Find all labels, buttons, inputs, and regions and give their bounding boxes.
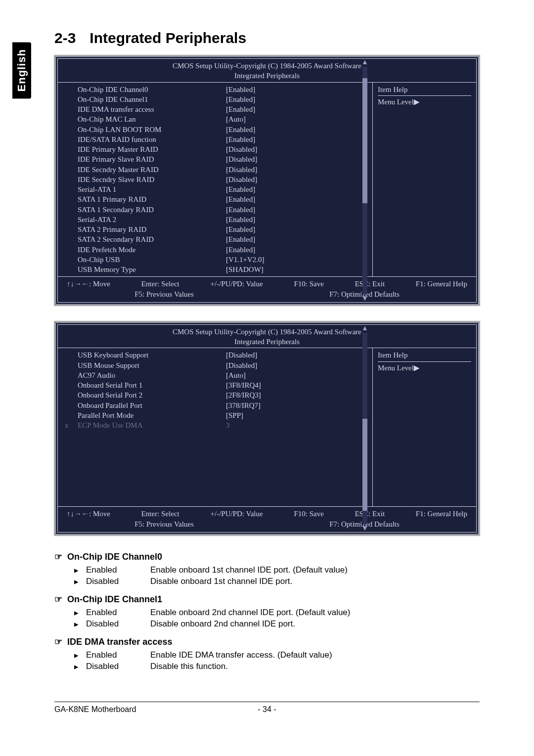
bios-setting-row[interactable]: On-Chip IDE Channel1[Enabled] xyxy=(78,94,368,104)
scroll-track[interactable] xyxy=(362,67,367,294)
bios-setting-row[interactable]: Serial-ATA 1[Enabled] xyxy=(78,184,368,194)
setting-value[interactable]: [SHADOW] xyxy=(226,265,368,274)
setting-value[interactable]: [Enabled] xyxy=(226,184,368,194)
setting-value[interactable]: [Enabled] xyxy=(226,194,368,204)
bios-setting-row[interactable]: IDE Secndry Master RAID[Disabled] xyxy=(78,165,368,175)
bios-setting-row[interactable]: IDE Secndry Slave RAID[Disabled] xyxy=(78,175,368,184)
setting-label: ECP Mode Use DMA xyxy=(78,420,226,430)
setting-value[interactable]: [Enabled] xyxy=(226,94,368,104)
bios-setting-row[interactable]: xECP Mode Use DMA3 xyxy=(78,420,368,430)
bios-setting-row[interactable]: SATA 2 Primary RAID[Enabled] xyxy=(78,224,368,234)
bios-setting-row[interactable]: Onboard Serial Port 2[2F8/IRQ3] xyxy=(78,390,368,400)
option-heading-text: On-Chip IDE Channel0 xyxy=(67,552,162,562)
setting-value[interactable]: [Enabled] xyxy=(226,205,368,215)
setting-value[interactable]: [Enabled] xyxy=(226,85,368,94)
bios-setting-row[interactable]: USB Keyboard Support[Disabled] xyxy=(78,350,368,360)
pointer-icon: ☞ xyxy=(54,552,62,562)
setting-value[interactable]: [2F8/IRQ3] xyxy=(226,390,368,400)
setting-value[interactable]: [378/IRQ7] xyxy=(226,400,368,410)
scroll-thumb[interactable] xyxy=(362,78,367,203)
bullet-icon: ▸ xyxy=(74,608,86,618)
setting-label: SATA 1 Secondary RAID xyxy=(78,205,226,215)
setting-value[interactable]: [Auto] xyxy=(226,370,368,380)
setting-label: IDE/SATA RAID function xyxy=(78,134,226,144)
bios-setting-row[interactable]: USB Mouse Support[Disabled] xyxy=(78,360,368,370)
bios-setting-row[interactable]: Onboard Serial Port 1[3F8/IRQ4] xyxy=(78,380,368,390)
setting-value[interactable]: [Enabled] xyxy=(226,245,368,255)
option-row: ▸DisabledDisable onboard 1st channel IDE… xyxy=(74,577,480,587)
hint-select: Enter: Select xyxy=(141,279,179,289)
bios-setting-row[interactable]: On-Chip MAC Lan[Auto] xyxy=(78,114,368,124)
bios-setting-row[interactable]: IDE Primary Slave RAID[Disabled] xyxy=(78,154,368,164)
bios-setting-row[interactable]: AC97 Audio[Auto] xyxy=(78,370,368,380)
scroll-down-icon[interactable]: ▼ xyxy=(361,525,368,532)
bios2-footer: ↑↓→←: Move Enter: Select +/-/PU/PD: Valu… xyxy=(58,506,476,532)
scroll-up-icon[interactable]: ▲ xyxy=(361,325,368,332)
bullet-icon: ▸ xyxy=(74,577,86,587)
bios-setting-row[interactable]: SATA 1 Secondary RAID[Enabled] xyxy=(78,205,368,215)
setting-value[interactable]: [Enabled] xyxy=(226,224,368,234)
section-name: Integrated Peripherals xyxy=(89,30,246,46)
bios-setting-row[interactable]: IDE/SATA RAID function[Enabled] xyxy=(78,134,368,144)
setting-value[interactable]: [Disabled] xyxy=(226,144,368,154)
bullet-icon: ▸ xyxy=(74,662,86,672)
bios2-header-line1: CMOS Setup Utility-Copyright (C) 1984-20… xyxy=(58,327,476,337)
setting-label: Onboard Parallel Port xyxy=(78,400,226,410)
setting-value[interactable]: [Disabled] xyxy=(226,175,368,184)
bios-setting-row[interactable]: Onboard Parallel Port[378/IRQ7] xyxy=(78,400,368,410)
bios1-menu-level: Menu Level▶ xyxy=(378,95,471,107)
bios1-help-heading: Item Help xyxy=(378,85,471,94)
bios-setting-row[interactable]: USB Memory Type[SHADOW] xyxy=(78,265,368,274)
bios-setting-row[interactable]: IDE Prefetch Mode[Enabled] xyxy=(78,245,368,255)
scroll-up-icon[interactable]: ▲ xyxy=(361,59,368,66)
setting-value[interactable]: 3 xyxy=(226,420,368,430)
description-block: ☞On-Chip IDE Channel0▸EnabledEnable onbo… xyxy=(54,551,480,672)
setting-label: Onboard Serial Port 2 xyxy=(78,390,226,400)
setting-value[interactable]: [Enabled] xyxy=(226,234,368,244)
setting-value[interactable]: [Enabled] xyxy=(226,215,368,224)
option-heading: ☞On-Chip IDE Channel1 xyxy=(54,594,480,605)
setting-value[interactable]: [3F8/IRQ4] xyxy=(226,380,368,390)
bios-setting-row[interactable]: On-Chip LAN BOOT ROM[Enabled] xyxy=(78,125,368,134)
setting-value[interactable]: [SPP] xyxy=(226,410,368,420)
bios-setting-row[interactable]: Serial-ATA 2[Enabled] xyxy=(78,215,368,224)
setting-value[interactable]: [Enabled] xyxy=(226,134,368,144)
setting-label: On-Chip LAN BOOT ROM xyxy=(78,125,226,134)
bios-setting-row[interactable]: Parallel Port Mode[SPP] xyxy=(78,410,368,420)
bios-setting-row[interactable]: On-Chip IDE Channel0[Enabled] xyxy=(78,85,368,94)
setting-label: Parallel Port Mode xyxy=(78,410,226,420)
bios-setting-row[interactable]: SATA 1 Primary RAID[Enabled] xyxy=(78,194,368,204)
bios-setting-row[interactable]: IDE Primary Master RAID[Disabled] xyxy=(78,144,368,154)
hint-exit: ESC: Exit xyxy=(355,509,385,519)
bullet-icon: ▸ xyxy=(74,565,86,576)
bios-setting-row[interactable]: SATA 2 Secondary RAID[Enabled] xyxy=(78,234,368,244)
setting-label: On-Chip USB xyxy=(78,255,226,265)
bullet-icon: ▸ xyxy=(74,650,86,661)
disabled-marker: x xyxy=(65,420,69,430)
setting-value[interactable]: [Disabled] xyxy=(226,154,368,164)
option-heading: ☞IDE DMA transfer access xyxy=(54,636,480,647)
setting-value[interactable]: [Enabled] xyxy=(226,125,368,134)
bios2-scrollbar[interactable]: ▲ ▼ xyxy=(361,325,368,532)
bios-setting-row[interactable]: On-Chip USB[V1.1+V2.0] xyxy=(78,255,368,265)
scroll-thumb[interactable] xyxy=(362,419,367,511)
setting-value[interactable]: [Disabled] xyxy=(226,360,368,370)
setting-value[interactable]: [Enabled] xyxy=(226,104,368,114)
setting-value[interactable]: [Disabled] xyxy=(226,350,368,360)
scroll-track[interactable] xyxy=(362,333,367,524)
hint-select: Enter: Select xyxy=(141,509,179,519)
bios1-help-panel: Item Help Menu Level▶ xyxy=(372,83,476,277)
setting-value[interactable]: [V1.1+V2.0] xyxy=(226,255,368,265)
option-row: ▸EnabledEnable IDE DMA transfer access. … xyxy=(74,650,480,661)
option-name: Enabled xyxy=(86,608,150,618)
bios1-scrollbar[interactable]: ▲ ▼ xyxy=(361,59,368,302)
bios-setting-row[interactable]: IDE DMA transfer access[Enabled] xyxy=(78,104,368,114)
setting-value[interactable]: [Disabled] xyxy=(226,165,368,175)
setting-label: USB Memory Type xyxy=(78,265,226,274)
setting-value[interactable]: [Auto] xyxy=(226,114,368,124)
setting-label: IDE Prefetch Mode xyxy=(78,245,226,255)
scroll-down-icon[interactable]: ▼ xyxy=(361,295,368,302)
bios2-header: CMOS Setup Utility-Copyright (C) 1984-20… xyxy=(58,325,476,349)
pointer-icon: ☞ xyxy=(54,594,62,604)
hint-prev: F5: Previous Values xyxy=(134,519,194,529)
